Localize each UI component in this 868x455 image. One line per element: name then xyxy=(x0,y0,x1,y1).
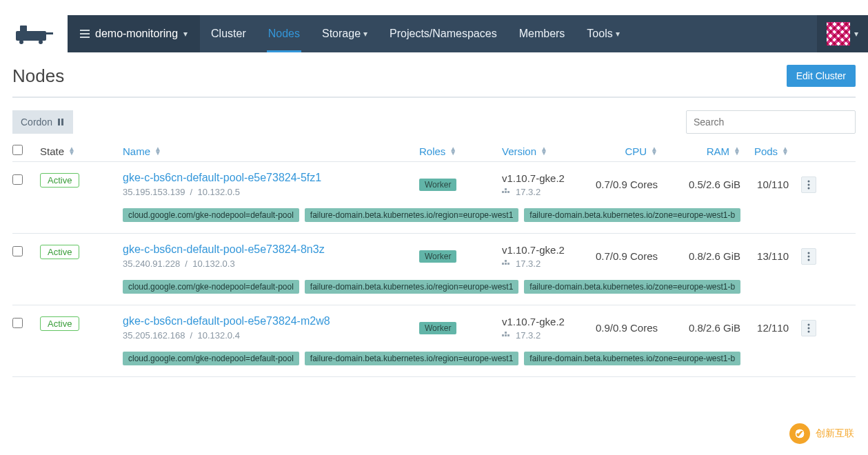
svg-point-14 xyxy=(808,180,810,182)
page-title: Nodes xyxy=(12,65,64,87)
chevron-down-icon: ▾ xyxy=(616,29,620,39)
label-pill: failure-domain.beta.kubernetes.io/zone=e… xyxy=(524,280,740,294)
docker-version: 17.3.2 xyxy=(516,259,541,269)
svg-rect-10 xyxy=(502,191,504,193)
svg-point-22 xyxy=(808,255,810,257)
sort-icon: ▲▼ xyxy=(782,147,789,155)
kebab-icon xyxy=(807,252,810,261)
node-name-link[interactable]: gke-c-bs6cn-default-pool-e5e73824-5fz1 xyxy=(123,172,321,183)
col-ram[interactable]: RAM ▲▼ xyxy=(658,145,740,157)
ram-cell: 0.5/2.6 GiB xyxy=(658,179,740,196)
k8s-version: v1.10.7-gke.2 xyxy=(502,316,585,327)
row-actions-menu[interactable] xyxy=(801,176,816,193)
col-pods[interactable]: Pods ▲▼ xyxy=(740,145,789,157)
select-all-checkbox[interactable] xyxy=(12,145,23,155)
svg-rect-25 xyxy=(505,334,507,336)
table-row: Active gke-c-bs6cn-default-pool-e5e73824… xyxy=(12,162,856,234)
svg-rect-12 xyxy=(507,191,509,193)
pause-icon xyxy=(57,118,65,126)
pods-cell: 10/110 xyxy=(740,179,789,196)
row-actions-menu[interactable] xyxy=(801,248,816,265)
sort-icon: ▲▼ xyxy=(541,147,547,155)
label-pill: failure-domain.beta.kubernetes.io/region… xyxy=(305,352,519,365)
svg-rect-8 xyxy=(58,119,60,125)
label-pill: failure-domain.beta.kubernetes.io/zone=e… xyxy=(524,352,740,365)
col-roles[interactable]: Roles ▲▼ xyxy=(419,145,502,157)
row-checkbox[interactable] xyxy=(12,318,23,328)
row-actions-menu[interactable] xyxy=(801,320,816,336)
k8s-version: v1.10.7-gke.2 xyxy=(502,244,585,256)
svg-rect-13 xyxy=(505,188,507,190)
rancher-logo[interactable] xyxy=(11,23,59,45)
role-badge: Worker xyxy=(419,322,456,334)
svg-rect-0 xyxy=(16,31,46,41)
svg-rect-24 xyxy=(502,334,504,336)
node-ips: 35.195.153.139 / 10.132.0.5 xyxy=(123,187,419,197)
docker-icon xyxy=(502,188,512,195)
col-cpu[interactable]: CPU ▲▼ xyxy=(585,145,658,157)
svg-rect-5 xyxy=(80,30,90,31)
pods-cell: 13/110 xyxy=(740,250,789,267)
row-checkbox[interactable] xyxy=(12,246,23,256)
nav-item-projects-namespaces[interactable]: Projects/Namespaces xyxy=(379,15,508,52)
svg-point-30 xyxy=(808,330,810,332)
node-name-link[interactable]: gke-c-bs6cn-default-pool-e5e73824-m2w8 xyxy=(123,315,330,327)
table-row: Active gke-c-bs6cn-default-pool-e5e73824… xyxy=(12,305,856,377)
label-pill: failure-domain.beta.kubernetes.io/zone=e… xyxy=(524,208,740,222)
svg-point-16 xyxy=(808,187,810,189)
nav-item-members[interactable]: Members xyxy=(508,15,576,52)
col-state[interactable]: State ▲▼ xyxy=(40,145,123,157)
user-menu[interactable]: ▾ xyxy=(817,15,868,52)
nav-item-cluster[interactable]: Cluster xyxy=(200,15,257,52)
row-checkbox[interactable] xyxy=(12,174,23,185)
label-pill: cloud.google.com/gke-nodepool=default-po… xyxy=(123,208,299,222)
label-pill: failure-domain.beta.kubernetes.io/region… xyxy=(305,280,519,294)
ram-cell: 0.8/2.6 GiB xyxy=(658,322,740,339)
svg-rect-11 xyxy=(505,191,507,193)
node-ips: 35.205.162.168 / 10.132.0.4 xyxy=(123,330,419,341)
col-name[interactable]: Name ▲▼ xyxy=(123,145,419,157)
svg-rect-27 xyxy=(505,332,507,334)
cluster-selector[interactable]: demo-monitoring ▾ xyxy=(68,15,200,52)
label-pill: failure-domain.beta.kubernetes.io/region… xyxy=(305,208,519,222)
table-row: Active gke-c-bs6cn-default-pool-e5e73824… xyxy=(12,234,856,305)
svg-rect-19 xyxy=(507,263,509,265)
svg-rect-26 xyxy=(507,334,509,336)
nav-item-tools[interactable]: Tools▾ xyxy=(576,15,630,52)
node-name-link[interactable]: gke-c-bs6cn-default-pool-e5e73824-8n3z xyxy=(123,243,325,255)
role-badge: Worker xyxy=(419,179,456,191)
edit-cluster-button[interactable]: Edit Cluster xyxy=(787,65,856,87)
svg-rect-4 xyxy=(46,32,53,34)
node-ips: 35.240.91.228 / 10.132.0.3 xyxy=(123,259,419,269)
svg-point-3 xyxy=(39,40,43,44)
cpu-cell: 0.9/0.9 Cores xyxy=(585,322,658,339)
sort-icon: ▲▼ xyxy=(651,147,658,155)
search-input[interactable] xyxy=(686,110,856,134)
col-version[interactable]: Version ▲▼ xyxy=(502,145,585,157)
kebab-icon xyxy=(807,180,810,190)
svg-point-2 xyxy=(19,40,23,44)
state-badge: Active xyxy=(40,173,79,188)
svg-rect-18 xyxy=(505,263,507,265)
label-pill: cloud.google.com/gke-nodepool=default-po… xyxy=(123,280,299,294)
state-badge: Active xyxy=(40,245,79,259)
nav-item-storage[interactable]: Storage▾ xyxy=(311,15,379,52)
docker-icon xyxy=(502,260,512,267)
chevron-down-icon: ▾ xyxy=(363,29,367,39)
sort-icon: ▲▼ xyxy=(68,147,75,155)
nav-item-nodes[interactable]: Nodes xyxy=(257,15,311,52)
avatar xyxy=(827,22,850,46)
k8s-version: v1.10.7-gke.2 xyxy=(502,172,585,184)
ram-cell: 0.8/2.6 GiB xyxy=(658,250,740,267)
kebab-icon xyxy=(807,323,810,333)
sort-icon: ▲▼ xyxy=(450,147,456,155)
cordon-button[interactable]: Cordon xyxy=(12,110,73,134)
svg-rect-17 xyxy=(502,263,504,265)
svg-rect-7 xyxy=(80,37,90,38)
cordon-label: Cordon xyxy=(21,117,52,128)
docker-icon xyxy=(502,332,512,338)
chevron-down-icon: ▾ xyxy=(183,29,188,39)
svg-rect-1 xyxy=(20,26,27,32)
cpu-cell: 0.7/0.9 Cores xyxy=(585,179,658,196)
sort-icon: ▲▼ xyxy=(154,147,161,155)
